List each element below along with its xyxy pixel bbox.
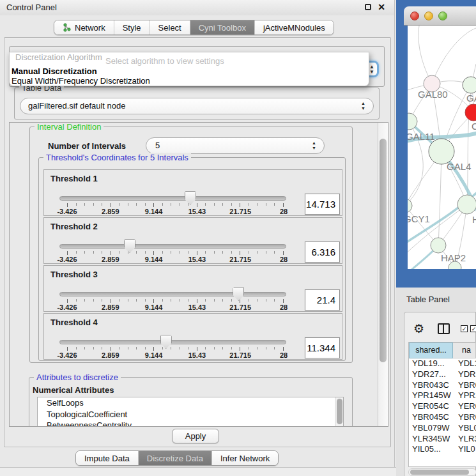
threshold-1-panel: Threshold 1 -3.426 2.859 9.144 15.43: [43, 169, 342, 216]
bottom-tab-bar: Impute Data Discretize Data Infer Networ…: [75, 450, 279, 466]
table-data-group: Table Data galFiltered.sif default node …: [14, 88, 380, 119]
node-gcy1[interactable]: [408, 199, 412, 213]
table-row[interactable]: YPR145WYPR1: [409, 390, 476, 401]
checkbox-icon[interactable]: ✓: [470, 325, 476, 332]
tab-select[interactable]: Select: [150, 20, 190, 35]
table-panel-title: Table Panel: [406, 295, 450, 304]
thresholds-title: Threshold's Coordinates for 5 Intervals: [43, 153, 191, 162]
network-icon: [63, 23, 72, 32]
node-gal3[interactable]: [463, 77, 476, 93]
network-canvas[interactable]: GAL80 GA C GAL11 GAL4 GCY1 H HAP2: [408, 26, 476, 269]
network-window-titlebar[interactable]: [404, 6, 476, 26]
tab-impute-data[interactable]: Impute Data: [76, 451, 139, 465]
table-row[interactable]: YER054CYER0: [409, 401, 476, 412]
number-of-intervals-spinner[interactable]: 5 ▲▼: [146, 137, 325, 154]
numerical-attributes-label: Numerical Attributes: [33, 385, 114, 395]
table-row[interactable]: YIL05...YIL0: [409, 444, 476, 455]
node-hap2[interactable]: [431, 238, 446, 253]
list-item[interactable]: SelfLoops: [38, 397, 343, 409]
tab-jactivemnodules[interactable]: jActiveMNodules: [255, 20, 334, 35]
top-tab-bar: Network Style Select Cyni Toolbox jActiv…: [54, 20, 334, 35]
table-panel-card: ⚙ ✓ ✓ shared... na YDL19...YDL1 YDR27...…: [404, 312, 476, 476]
tab-network[interactable]: Network: [54, 20, 114, 35]
tab-network-label: Network: [75, 23, 105, 33]
close-icon[interactable]: ✕: [378, 2, 385, 12]
threshold-3-panel: Threshold 3 -3.426 2.859 9.144 15.43: [43, 265, 342, 312]
table-row[interactable]: YBR043CYBR0: [409, 380, 476, 391]
table-header-row: shared... na: [409, 342, 476, 358]
table-row[interactable]: YDR27...YDR2: [409, 369, 476, 380]
attributes-title: Attributes to discretize: [34, 372, 121, 382]
tab-discretize-data[interactable]: Discretize Data: [139, 451, 212, 465]
checkbox-icon[interactable]: ✓: [461, 325, 468, 332]
minimize-traffic-light-icon[interactable]: [424, 12, 433, 20]
axis-tick-labels: -3.426 2.859 9.144 15.43 21.715 28: [67, 351, 284, 359]
node-label-gcy1: GCY1: [408, 213, 430, 224]
control-panel-titlebar: Control Panel ✕: [0, 0, 394, 15]
table-data-combobox[interactable]: galFiltered.sif default node ▲▼: [20, 98, 374, 114]
settings-scrollbar[interactable]: [378, 123, 388, 426]
column-header-shared-name[interactable]: shared...: [409, 342, 453, 358]
columns-icon[interactable]: [438, 323, 450, 334]
network-graph: GAL80 GA C GAL11 GAL4 GCY1 H HAP2: [408, 26, 476, 269]
settings-scrollpane: Interval Definition Number of Intervals …: [9, 122, 388, 427]
combo-arrows-icon: ▲▼: [360, 101, 367, 111]
float-window-icon[interactable]: [365, 4, 371, 10]
threshold-4-slider-track[interactable]: [59, 340, 286, 344]
node-label-hap2: HAP2: [441, 252, 466, 263]
threshold-3-slider-track[interactable]: [59, 292, 286, 296]
node-h[interactable]: [457, 195, 476, 214]
column-header-name[interactable]: na: [453, 342, 476, 358]
attributes-group: Attributes to discretize Numerical Attri…: [29, 377, 353, 427]
threshold-4-label: Threshold 4: [50, 318, 98, 327]
apply-button[interactable]: Apply: [172, 429, 219, 443]
node-attribute-table[interactable]: shared... na YDL19...YDL1 YDR27...YDR2 Y…: [408, 342, 476, 467]
list-item[interactable]: TopologicalCoefficient: [38, 409, 343, 420]
axis-tick-labels: -3.426 2.859 9.144 15.43 21.715 28: [67, 208, 284, 215]
interval-definition-title: Interval Definition: [35, 122, 104, 132]
threshold-2-label: Threshold 2: [50, 222, 98, 231]
tab-infer-network[interactable]: Infer Network: [212, 451, 278, 465]
node-gal4[interactable]: [429, 139, 454, 164]
network-view-window: GAL80 GA C GAL11 GAL4 GCY1 H HAP2: [404, 6, 476, 269]
gear-icon[interactable]: ⚙: [413, 321, 424, 336]
table-row[interactable]: YBR045CYBR0: [409, 412, 476, 423]
zoom-traffic-light-icon[interactable]: [438, 12, 447, 20]
table-horizontal-scrollbar[interactable]: [408, 468, 476, 476]
numerical-attributes-list[interactable]: SelfLoops TopologicalCoefficient Between…: [37, 397, 344, 427]
dropdown-item-equal-width-frequency[interactable]: Equal Width/Frequency Discretization: [12, 76, 150, 86]
table-row[interactable]: YLR345WYLR3: [409, 434, 476, 445]
control-panel: Control Panel ✕ Network Style Select Cyn…: [0, 0, 395, 467]
axis-tick-labels: -3.426 2.859 9.144 15.43 21.715 28: [67, 303, 284, 311]
threshold-4-panel: Threshold 4 -3.426 2.859 9.144 15.43: [43, 313, 342, 360]
threshold-1-value-field[interactable]: 14.713: [305, 194, 340, 215]
tab-cyni-toolbox[interactable]: Cyni Toolbox: [190, 20, 255, 35]
number-of-intervals-value: 5: [155, 141, 160, 150]
table-data-combo-value: galFiltered.sif default node: [28, 101, 125, 111]
node-label-gal80: GAL80: [418, 89, 448, 100]
dropdown-item-manual-discretization[interactable]: Manual Discretization: [12, 66, 97, 76]
threshold-2-value-field[interactable]: 6.316: [305, 242, 340, 263]
network-desktop: GAL80 GA C GAL11 GAL4 GCY1 H HAP2: [396, 0, 476, 288]
threshold-2-slider-track[interactable]: [59, 244, 286, 249]
node-label-gal11: GAL11: [408, 131, 435, 142]
right-region: GAL80 GA C GAL11 GAL4 GCY1 H HAP2 Table …: [396, 0, 476, 476]
cyni-toolbox-content: ▲▼ Discretization Algorithm Select algor…: [4, 37, 391, 447]
table-row[interactable]: YDL19...YDL1: [409, 358, 476, 369]
threshold-3-label: Threshold 3: [50, 270, 98, 279]
combo-arrows-icon: ▲▼: [369, 65, 374, 75]
table-panel: Table Panel ⚙ ✓ ✓ shared... na YDL19...Y…: [396, 288, 476, 476]
node-label-gal3: GA: [466, 93, 476, 104]
threshold-3-value-field[interactable]: 21.4: [305, 289, 340, 311]
scrollbar-thumb[interactable]: [380, 139, 387, 362]
threshold-1-slider-track[interactable]: [59, 196, 286, 201]
close-traffic-light-icon[interactable]: [410, 12, 419, 20]
dropdown-placeholder: Select algorithm to view settings: [105, 56, 224, 66]
number-of-intervals-label: Number of Intervals: [48, 141, 126, 151]
threshold-4-value-field[interactable]: 11.344: [305, 337, 340, 358]
tab-style[interactable]: Style: [114, 20, 150, 35]
list-item[interactable]: BetweennessCentrality: [38, 420, 343, 427]
node-selected-red[interactable]: [465, 104, 476, 121]
table-row[interactable]: YBL079WYBL0: [409, 423, 476, 434]
list-scrollbar[interactable]: [335, 397, 343, 427]
